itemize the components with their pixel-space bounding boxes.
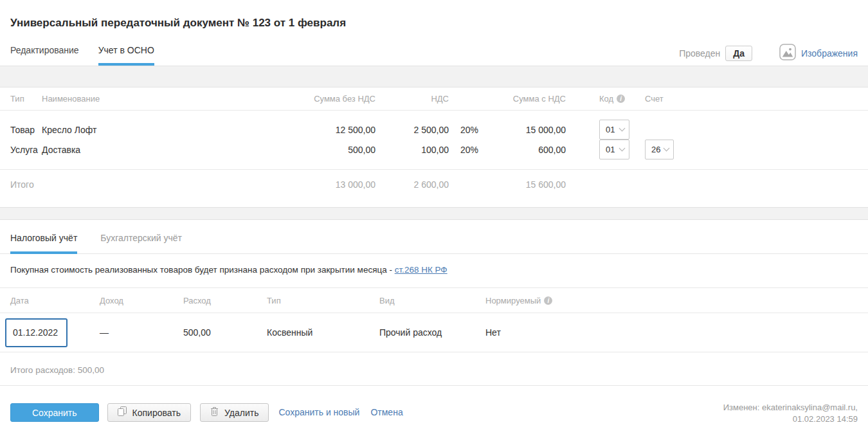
trash-icon	[210, 406, 219, 419]
item-sum-with-vat: 600,00	[490, 145, 566, 155]
items-total-row: Итого 13 000,00 2 600,00 15 600,00	[0, 174, 868, 194]
copy-icon	[118, 406, 127, 419]
expenses-total: Итого расходов: 500,00	[10, 365, 858, 375]
item-vat: 100,00	[375, 145, 449, 155]
code-cell: 01	[566, 140, 629, 159]
date-input[interactable]	[5, 318, 68, 347]
delete-button-label: Удалить	[224, 408, 258, 418]
modified-at: 01.02.2023 14:59	[723, 413, 858, 425]
income-cell: —	[100, 327, 183, 338]
cancel-link[interactable]: Отмена	[370, 403, 402, 422]
col-expense: Расход	[183, 296, 267, 305]
col-date: Дата	[10, 296, 100, 305]
image-icon	[779, 44, 796, 62]
copy-button-label: Копировать	[132, 408, 181, 418]
header-right-controls: Проведен Да Изображения	[679, 44, 858, 62]
col-sum-with-vat: Сумма с НДС	[490, 94, 566, 104]
header-tabs-row: Редактирование Учет в ОСНО Проведен Да И…	[0, 45, 868, 66]
total-vat: 2 600,00	[375, 179, 449, 190]
page-title: Универсальный передаточный документ № 12…	[10, 17, 858, 30]
tab-editing[interactable]: Редактирование	[10, 45, 79, 66]
col-type: Тип	[10, 94, 42, 104]
code-select[interactable]: 01	[599, 140, 629, 159]
info-icon[interactable]	[544, 296, 552, 305]
col-code-label: Код	[599, 94, 613, 104]
item-vat: 2 500,00	[375, 125, 449, 135]
item-vat-rate: 20%	[449, 125, 490, 135]
code-select[interactable]: 01	[599, 120, 629, 140]
copy-button[interactable]: Копировать	[107, 403, 191, 422]
item-sum-no-vat: 12 500,00	[283, 125, 375, 135]
tab-osno-accounting[interactable]: Учет в ОСНО	[98, 45, 154, 66]
col-name: Наименование	[42, 94, 283, 104]
code-cell: 01	[566, 120, 629, 140]
col-normalized-label: Нормируемый	[485, 296, 541, 305]
account-select[interactable]: 26	[645, 140, 674, 159]
col-kind: Вид	[379, 296, 485, 305]
info-icon[interactable]	[617, 95, 625, 103]
code-select-value: 01	[606, 125, 615, 134]
save-and-new-link[interactable]: Сохранить и новый	[278, 403, 359, 422]
normalized-cell: Нет	[485, 327, 858, 338]
item-vat-rate: 20%	[449, 145, 490, 155]
col-code: Код	[566, 94, 629, 104]
posted-label: Проведен	[679, 48, 720, 59]
col-sum-no-vat: Сумма без НДС	[283, 94, 375, 104]
col-normalized: Нормируемый	[485, 296, 858, 305]
section-divider-band	[0, 66, 868, 87]
document-page: Универсальный передаточный документ № 12…	[0, 17, 868, 445]
table-row: Товар Кресло Лофт 12 500,00 2 500,00 20%…	[0, 120, 868, 140]
tab-tax-accounting[interactable]: Налоговый учёт	[10, 233, 77, 254]
col-account: Счет	[629, 94, 707, 104]
footer-bar: Сохранить Копировать	[0, 386, 868, 425]
table-row: Услуга Доставка 500,00 100,00 20% 600,00…	[0, 140, 868, 159]
tax-table-row: — 500,00 Косвенный Прочий расход Нет	[0, 313, 868, 352]
item-type: Товар	[10, 125, 42, 135]
date-cell	[10, 318, 100, 347]
posted-toggle-button[interactable]: Да	[725, 46, 752, 61]
total-sum-with-vat: 15 600,00	[490, 179, 566, 190]
item-sum-with-vat: 15 000,00	[490, 125, 566, 135]
item-sum-no-vat: 500,00	[283, 145, 375, 155]
cost-recognition-note: Покупная стоимость реализованных товаров…	[10, 265, 858, 275]
modified-by: Изменен: ekaterinaksylina@mail.ru,	[723, 402, 858, 413]
total-label: Итого	[10, 179, 42, 190]
accounting-tabs: Налоговый учёт Бухгалтерский учёт	[0, 220, 868, 254]
total-sum-no-vat: 13 000,00	[283, 179, 375, 190]
tax-code-link[interactable]: ст.268 НК РФ	[395, 265, 448, 275]
kind-cell: Прочий расход	[379, 327, 485, 338]
item-name: Доставка	[42, 145, 283, 155]
col-vat: НДС	[375, 94, 449, 104]
save-button[interactable]: Сохранить	[10, 403, 99, 422]
item-type: Услуга	[10, 145, 42, 155]
chevron-down-icon	[619, 125, 626, 132]
code-select-value: 01	[606, 145, 615, 154]
col-type: Тип	[267, 296, 379, 305]
item-name: Кресло Лофт	[42, 125, 283, 135]
items-total-wrap: Итого 13 000,00 2 600,00 15 600,00	[0, 170, 868, 207]
items-table-header: Тип Наименование Сумма без НДС НДС Сумма…	[0, 87, 868, 111]
tab-bookkeeping[interactable]: Бухгалтерский учёт	[100, 233, 182, 254]
tax-table-header: Дата Доход Расход Тип Вид Нормируемый	[0, 287, 868, 313]
section-divider-band	[0, 207, 868, 220]
type-cell: Косвенный	[267, 327, 379, 338]
document-tabs: Редактирование Учет в ОСНО	[10, 45, 154, 66]
col-income: Доход	[100, 296, 183, 305]
images-button[interactable]: Изображения	[779, 44, 858, 62]
expense-cell: 500,00	[183, 327, 267, 338]
note-text: Покупная стоимость реализованных товаров…	[10, 265, 395, 275]
delete-button[interactable]: Удалить	[200, 403, 269, 422]
account-select-value: 26	[651, 145, 660, 154]
items-table-body: Товар Кресло Лофт 12 500,00 2 500,00 20%…	[0, 111, 868, 170]
chevron-down-icon	[664, 145, 670, 152]
action-buttons: Сохранить Копировать	[10, 403, 403, 422]
account-cell: 26	[629, 140, 707, 159]
modified-info: Изменен: ekaterinaksylina@mail.ru, 01.02…	[723, 402, 858, 425]
images-link[interactable]: Изображения	[801, 48, 858, 59]
chevron-down-icon	[619, 145, 626, 152]
